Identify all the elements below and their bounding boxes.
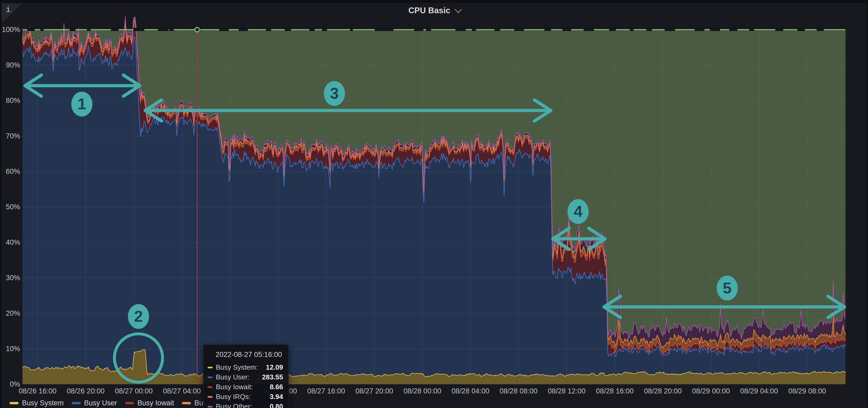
idle-line-gap	[133, 28, 144, 31]
idle-line-gap	[384, 28, 394, 31]
x-tick-label: 08/27 00:00	[115, 387, 153, 395]
idle-line-gap	[169, 28, 174, 31]
tooltip-row: Busy IRQs:3.94	[208, 392, 283, 402]
idle-line-gap	[239, 28, 248, 31]
y-tick-label: 90%	[6, 61, 20, 69]
annotation-badge-number: 1	[77, 95, 86, 113]
tooltip-series-value: 8.66	[270, 383, 283, 391]
idle-line-gap	[472, 28, 476, 31]
legend-item-busy-user[interactable]: Busy User	[72, 399, 117, 407]
hover-point-idle	[195, 28, 199, 32]
tooltip-row: Busy User:283.55	[208, 372, 283, 382]
tooltip-row: Busy Iowait:8.66	[208, 382, 283, 392]
y-tick-label: 30%	[6, 274, 20, 282]
idle-line-gap	[414, 28, 424, 31]
legend-item-busy-system[interactable]: Busy System	[9, 399, 64, 407]
idle-line-gap	[285, 28, 291, 31]
tooltip-series-label: Busy Iowait:	[216, 383, 253, 391]
idle-line-gap	[426, 28, 431, 31]
x-tick-label: 08/28 08:00	[500, 387, 537, 395]
idle-line-gap	[797, 28, 805, 31]
tooltip-series-label: Busy User:	[216, 373, 249, 381]
tooltip-row: Busy Other:0.80	[208, 402, 283, 408]
tooltip-series-value: 12.09	[266, 363, 283, 372]
legend-swatch	[125, 402, 134, 404]
x-tick-label: 08/27 20:00	[355, 387, 393, 395]
idle-line-gap	[494, 28, 500, 31]
x-tick-label: 08/29 00:00	[692, 387, 730, 395]
y-tick-label: 20%	[6, 309, 20, 317]
idle-line-gap	[710, 28, 720, 31]
idle-line-gap	[219, 28, 229, 31]
x-tick-label: 08/27 16:00	[307, 387, 345, 395]
idle-line-gap	[456, 28, 466, 31]
annotation-badge-number: 3	[330, 84, 339, 102]
annotation-badge-number: 4	[574, 202, 583, 220]
legend-item-busy-iowait[interactable]: Busy Iowait	[125, 399, 174, 407]
legend-swatch	[9, 402, 19, 404]
legend-swatch	[72, 402, 81, 404]
x-tick-label: 08/26 20:00	[67, 387, 104, 395]
idle-line-gap	[40, 28, 44, 31]
grafana-panel-screenshot: i CPU Basic 0%10%20%30%40%50%60%70%80%90…	[0, 0, 868, 408]
annotation-badge-number: 2	[134, 307, 143, 325]
tooltip-series-swatch	[208, 406, 213, 407]
x-tick-label: 08/28 12:00	[548, 387, 586, 395]
tooltip-series-swatch	[208, 367, 213, 368]
tooltip-series-value: 3.94	[270, 393, 283, 401]
y-tick-label: 40%	[6, 238, 20, 246]
x-tick-label: 08/28 00:00	[404, 387, 441, 395]
chart-areas	[23, 17, 845, 384]
annotation-badge-number: 5	[723, 279, 732, 297]
chart-canvas[interactable]: 0%10%20%30%40%50%60%70%80%90%100%08/26 1…	[0, 0, 868, 408]
idle-line-gap	[158, 28, 169, 31]
legend-label: Busy User	[84, 399, 117, 407]
tooltip-series-label: Busy System:	[216, 363, 258, 372]
x-tick-label: 08/26 16:00	[19, 387, 57, 395]
idle-line-gap	[350, 28, 353, 31]
x-tick-label: 08/28 04:00	[452, 387, 489, 395]
idle-line-gap	[664, 28, 675, 31]
x-tick-label: 08/27 04:00	[163, 387, 201, 395]
tooltip-series-value: 0.80	[270, 402, 283, 408]
idle-line-gap	[584, 28, 594, 31]
idle-line-gap	[775, 28, 783, 31]
idle-line-gap	[309, 28, 315, 31]
tooltip-row: Busy System:12.09	[208, 363, 283, 372]
idle-line-gap	[749, 28, 754, 31]
idle-line-gap	[817, 28, 824, 31]
idle-line-gap	[87, 28, 91, 31]
y-tick-label: 50%	[6, 203, 20, 211]
idle-line-gap	[630, 28, 634, 31]
y-tick-label: 60%	[6, 168, 20, 175]
x-tick-label: 08/28 20:00	[644, 387, 682, 395]
legend: Busy SystemBusy UserBusy IowaitBusy IRQs	[9, 399, 228, 407]
idle-line-gap	[111, 28, 119, 31]
idle-line-gap	[70, 28, 75, 31]
idle-line-gap	[266, 28, 271, 31]
tooltip-series-label: Busy Other:	[216, 402, 252, 408]
x-tick-label: 08/29 04:00	[740, 387, 778, 395]
tooltip-series-swatch	[208, 386, 213, 388]
tooltip-series-swatch	[208, 376, 213, 378]
y-tick-label: 80%	[6, 97, 20, 104]
idle-line-gap	[694, 28, 704, 31]
x-tick-label: 08/28 16:00	[596, 387, 634, 395]
y-tick-label: 70%	[6, 132, 20, 140]
tooltip-timestamp: 2022-08-27 05:16:00	[216, 350, 283, 359]
idle-line-gap	[646, 28, 652, 31]
idle-line-gap	[375, 28, 385, 31]
tooltip-series-label: Busy IRQs:	[216, 393, 250, 401]
idle-line-gap	[729, 28, 738, 31]
legend-label: Busy System	[22, 399, 64, 407]
tooltip-series-swatch	[208, 396, 213, 398]
y-tick-label: 10%	[6, 345, 20, 353]
x-tick-label: 08/29 08:00	[788, 387, 826, 395]
legend-swatch	[182, 402, 191, 404]
idle-line-gap	[514, 28, 524, 31]
tooltip: 2022-08-27 05:16:00 Busy System:12.09Bus…	[203, 344, 289, 408]
idle-line-gap	[27, 28, 35, 31]
idle-line-gap	[545, 28, 551, 31]
tooltip-series-value: 283.55	[262, 373, 283, 381]
y-tick-label: 100%	[2, 26, 20, 34]
